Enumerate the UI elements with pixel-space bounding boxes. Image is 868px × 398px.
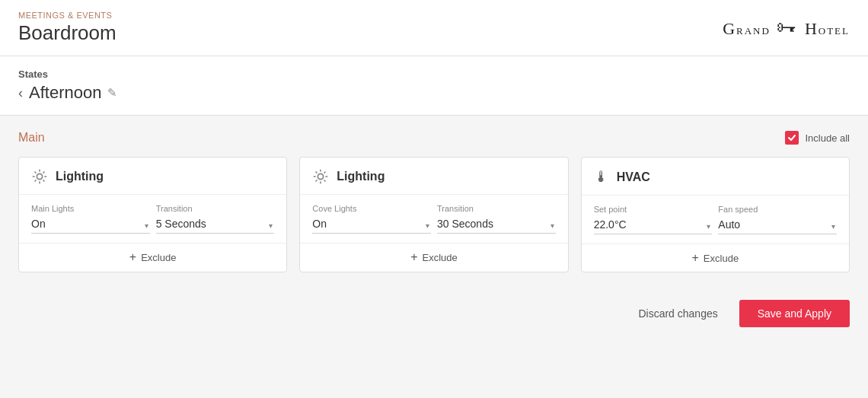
main-lights-transition-label: Transition <box>156 204 275 213</box>
svg-point-0 <box>37 174 42 179</box>
fan-speed-select[interactable]: Auto Low Medium High <box>718 217 837 234</box>
state-nav: ‹ Afternoon ✎ <box>18 83 850 103</box>
card-footer-hvac[interactable]: + Exclude <box>582 244 849 272</box>
cove-lights-field: Cove Lights On Off Dim ▾ <box>312 204 431 234</box>
include-all-wrapper: Include all <box>785 131 850 145</box>
cove-lights-select-wrapper: On Off Dim ▾ <box>312 216 431 234</box>
hvac-icon: 🌡 <box>594 168 609 186</box>
card-fields-lighting-main: Main Lights On Off Dim ▾ Transition <box>31 204 274 234</box>
include-all-checkbox[interactable] <box>785 131 799 145</box>
main-lights-select[interactable]: On Off Dim <box>31 216 150 234</box>
cove-lights-select[interactable]: On Off Dim <box>312 216 431 234</box>
svg-line-6 <box>43 180 45 182</box>
main-lights-transition-wrapper: 5 Seconds 10 Seconds 30 Seconds 1 Minute… <box>156 216 275 234</box>
card-title-hvac: HVAC <box>617 170 650 184</box>
state-name: Afternoon <box>29 83 101 103</box>
cards-row: Lighting Main Lights On Off Dim ▾ <box>18 157 850 272</box>
exclude-plus-icon-3: + <box>692 252 699 264</box>
cove-lights-transition-wrapper: 5 Seconds 10 Seconds 30 Seconds 1 Minute… <box>437 216 556 234</box>
set-point-select[interactable]: 20.0°C 21.0°C 22.0°C 23.0°C 24.0°C <box>594 217 713 234</box>
include-all-label: Include all <box>805 132 850 144</box>
save-apply-button[interactable]: Save and Apply <box>739 300 850 327</box>
card-body-lighting-cove: Cove Lights On Off Dim ▾ Transition <box>300 195 567 234</box>
back-button[interactable]: ‹ <box>18 86 23 100</box>
card-lighting-main: Lighting Main Lights On Off Dim ▾ <box>18 157 287 272</box>
cove-lights-transition-label: Transition <box>437 204 556 213</box>
card-footer-lighting-cove[interactable]: + Exclude <box>300 243 567 271</box>
svg-line-16 <box>324 172 326 174</box>
svg-point-9 <box>318 174 324 179</box>
checkmark-icon <box>787 133 796 142</box>
card-header-lighting-cove: Lighting <box>300 158 567 195</box>
cove-lights-transition-select[interactable]: 5 Seconds 10 Seconds 30 Seconds 1 Minute <box>437 216 556 234</box>
card-lighting-cove: Lighting Cove Lights On Off Dim ▾ <box>299 157 568 272</box>
svg-line-15 <box>324 180 326 182</box>
states-section: States ‹ Afternoon ✎ <box>0 56 868 116</box>
card-title-lighting-cove: Lighting <box>337 170 385 183</box>
main-lights-label: Main Lights <box>31 204 150 213</box>
main-header: Main Include all <box>18 131 850 145</box>
header-left: Meetings & Events Boardroom <box>18 11 116 45</box>
states-label: States <box>18 68 850 80</box>
main-lights-field: Main Lights On Off Dim ▾ <box>31 204 150 234</box>
svg-line-7 <box>43 172 45 174</box>
edit-state-icon[interactable]: ✎ <box>107 86 117 100</box>
header-supertitle: Meetings & Events <box>18 11 116 20</box>
page-title: Boardroom <box>18 21 116 45</box>
set-point-select-wrapper: 20.0°C 21.0°C 22.0°C 23.0°C 24.0°C ▾ <box>594 217 713 234</box>
main-section: Main Include all <box>0 116 868 272</box>
card-body-hvac: Set point 20.0°C 21.0°C 22.0°C 23.0°C 24… <box>582 196 849 234</box>
set-point-label: Set point <box>594 205 713 214</box>
svg-line-8 <box>35 180 37 182</box>
card-footer-lighting-main[interactable]: + Exclude <box>19 243 286 271</box>
exclude-plus-icon-2: + <box>410 251 417 263</box>
card-header-lighting-main: Lighting <box>19 158 286 195</box>
svg-line-14 <box>316 172 318 174</box>
main-lights-transition-field: Transition 5 Seconds 10 Seconds 30 Secon… <box>156 204 275 234</box>
page-header: Meetings & Events Boardroom GRAND 🗝 HOTE… <box>0 0 868 56</box>
lighting-main-icon <box>31 168 48 185</box>
fan-speed-select-wrapper: Auto Low Medium High ▾ <box>718 217 837 234</box>
card-title-lighting-main: Lighting <box>56 170 104 183</box>
bottom-bar: Discard changes Save and Apply <box>0 288 868 339</box>
card-fields-hvac: Set point 20.0°C 21.0°C 22.0°C 23.0°C 24… <box>594 205 837 234</box>
svg-line-5 <box>35 172 37 174</box>
logo-text: GRAND 🗝 HOTEL <box>723 16 850 40</box>
fan-speed-field: Fan speed Auto Low Medium High ▾ <box>718 205 837 234</box>
card-hvac: 🌡 HVAC Set point 20.0°C 21.0°C 22.0°C 23… <box>581 157 850 272</box>
svg-line-17 <box>316 180 318 182</box>
fan-speed-label: Fan speed <box>718 205 837 214</box>
exclude-label-hvac: Exclude <box>704 253 739 264</box>
main-title: Main <box>18 131 45 145</box>
main-lights-transition-select[interactable]: 5 Seconds 10 Seconds 30 Seconds 1 Minute <box>156 216 275 234</box>
lighting-cove-icon <box>312 168 329 185</box>
cove-lights-label: Cove Lights <box>312 204 431 213</box>
hotel-logo: GRAND 🗝 HOTEL <box>723 16 850 40</box>
exclude-label-lighting-main: Exclude <box>141 252 176 263</box>
exclude-label-lighting-cove: Exclude <box>423 252 458 263</box>
set-point-field: Set point 20.0°C 21.0°C 22.0°C 23.0°C 24… <box>594 205 713 234</box>
exclude-plus-icon: + <box>129 251 136 263</box>
card-header-hvac: 🌡 HVAC <box>582 158 849 196</box>
discard-button[interactable]: Discard changes <box>629 301 726 326</box>
main-lights-select-wrapper: On Off Dim ▾ <box>31 216 150 234</box>
card-fields-lighting-cove: Cove Lights On Off Dim ▾ Transition <box>312 204 555 234</box>
card-body-lighting-main: Main Lights On Off Dim ▾ Transition <box>19 195 286 234</box>
cove-lights-transition-field: Transition 5 Seconds 10 Seconds 30 Secon… <box>437 204 556 234</box>
